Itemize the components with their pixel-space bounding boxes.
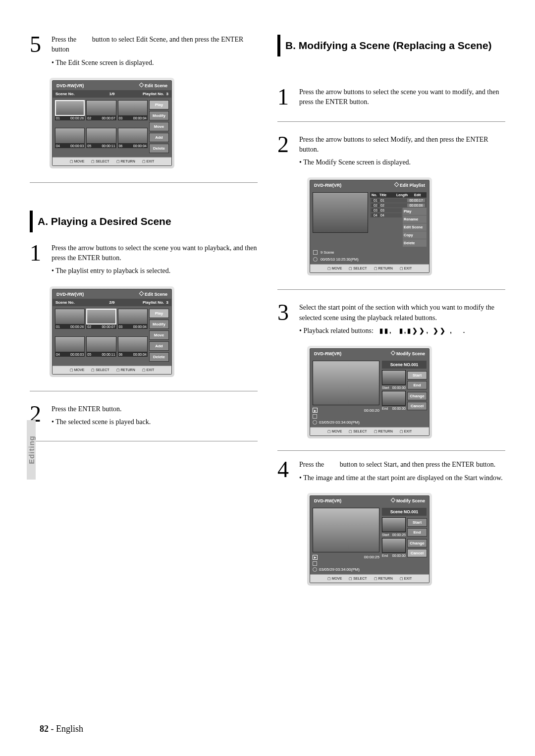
scene-thumb[interactable] <box>55 128 85 144</box>
scene-thumb[interactable] <box>55 336 85 352</box>
page-footer: 82 - English <box>40 724 83 734</box>
right-column: B. Modifying a Scene (Replacing a Scene)… <box>277 35 505 591</box>
step2b-bullet: The Modify Scene screen is displayed. <box>299 158 505 167</box>
divider <box>30 441 258 441</box>
step-5: 5 Press the button to select Edit Scene,… <box>30 35 258 68</box>
scene-thumb[interactable] <box>86 128 116 144</box>
step-number: 2 <box>277 135 292 168</box>
menu-rename[interactable]: Rename <box>403 216 427 223</box>
step1a-text: Press the arrow buttons to select the sc… <box>52 244 257 262</box>
divider <box>30 182 258 183</box>
delete-button[interactable]: Delete <box>149 144 169 153</box>
disc-type: DVD-RW(VR) <box>56 83 84 88</box>
play-icon: ▶ <box>313 408 318 413</box>
step-number: 1 <box>30 243 45 276</box>
menu-copy[interactable]: Copy <box>403 231 427 239</box>
diamond-icon <box>391 498 396 503</box>
play-button[interactable]: Play <box>149 309 169 318</box>
list-item[interactable]: 010100:00:17 <box>370 198 427 203</box>
list-item[interactable]: 0303 <box>370 208 402 213</box>
play-button[interactable]: Play <box>149 100 169 109</box>
change-button[interactable]: Change <box>407 392 427 400</box>
scene-thumb[interactable] <box>86 309 116 324</box>
modify-button[interactable]: Modify <box>149 320 169 329</box>
step-3b: 3 Select the start point of the section … <box>277 303 505 336</box>
edit-scene-screen-2: DVD-RW(VR) Edit Scene Scene No. 2/9 Play… <box>50 286 174 377</box>
move-button[interactable]: Move <box>149 330 169 340</box>
scene-thumb[interactable] <box>86 336 116 352</box>
footer-select: SELECT <box>91 160 109 163</box>
add-button[interactable]: Add <box>149 341 169 351</box>
step2b-text: Press the arrow buttons to select Modify… <box>299 136 488 153</box>
edit-playlist-screen: DVD-RW(VR) Edit Playlist No. Title Lengt… <box>307 177 432 275</box>
preview-image <box>313 508 379 552</box>
footer-return: RETURN <box>116 160 135 163</box>
step-number: 5 <box>30 35 45 68</box>
playback-icons: ▮▮, ▮,▮❯❯, ❯❯ , . <box>379 327 466 334</box>
clock-icon <box>313 567 317 572</box>
start-thumb <box>382 370 406 385</box>
footer-exit: EXIT <box>142 160 155 163</box>
change-button[interactable]: Change <box>407 539 427 547</box>
scene-icon <box>313 561 317 566</box>
scene-no-label: Scene No. <box>55 300 102 305</box>
start-thumb <box>382 517 406 532</box>
step5-text1: Press the <box>52 36 76 43</box>
screen-title: Edit Scene <box>145 83 167 88</box>
step5-bullet: The Edit Scene screen is displayed. <box>52 58 258 68</box>
disc-type: DVD-RW(VR) <box>56 292 84 297</box>
step1b-text: Press the arrow buttons to select the sc… <box>299 88 499 106</box>
step-4b: 4 Press the button to select Start, and … <box>277 460 505 483</box>
cancel-button[interactable]: Cancel <box>407 549 427 557</box>
step4b-bullet: The image and time at the start point ar… <box>299 473 505 483</box>
scene-thumb[interactable] <box>86 100 116 116</box>
scene-title: Scene NO.001 <box>382 508 427 516</box>
playlist-label: Playlist No. <box>143 92 164 96</box>
end-thumb <box>382 538 406 553</box>
page-number: 82 <box>40 724 49 734</box>
end-button[interactable]: End <box>407 381 427 389</box>
playlist-num: 3 <box>166 92 168 96</box>
step-number: 1 <box>277 87 292 108</box>
blank-button-ref <box>78 36 91 43</box>
scene-thumb[interactable] <box>55 100 85 116</box>
scene-thumb[interactable] <box>118 128 148 144</box>
end-button[interactable]: End <box>407 528 427 537</box>
scene-thumb[interactable] <box>55 309 85 324</box>
modify-scene-screen-1: DVD-RW(VR) Modify Scene ▶00:00:20 03/05/… <box>307 346 432 438</box>
step-number: 3 <box>277 303 292 336</box>
list-item[interactable]: 020200:00:06 <box>370 203 427 208</box>
left-column: 5 Press the button to select Edit Scene,… <box>30 35 258 591</box>
step-2a: 2 Press the ENTER button. The selected s… <box>30 404 258 428</box>
screen-title: Edit Scene <box>145 292 167 297</box>
divider <box>277 289 505 290</box>
preview-image <box>313 361 379 405</box>
cancel-button[interactable]: Cancel <box>407 402 427 410</box>
page-language: English <box>56 724 83 734</box>
side-tab-label: Editing <box>27 435 36 464</box>
delete-button[interactable]: Delete <box>149 352 169 362</box>
divider <box>30 391 258 391</box>
diamond-icon <box>139 82 144 87</box>
scene-thumb[interactable] <box>118 336 148 352</box>
menu-edit-scene[interactable]: Edit Scene <box>403 223 427 231</box>
side-tab: Editing <box>27 420 36 480</box>
modify-button[interactable]: Modify <box>149 111 169 120</box>
list-item[interactable]: 0404 <box>370 213 402 217</box>
footer-move: MOVE <box>70 160 85 163</box>
heading-bar-icon <box>277 35 280 56</box>
step3b-text: Select the start point of the section wi… <box>299 304 494 321</box>
menu-delete[interactable]: Delete <box>403 239 427 247</box>
add-button[interactable]: Add <box>149 133 169 142</box>
divider <box>277 121 505 122</box>
diamond-icon <box>391 351 396 356</box>
scene-icon <box>313 414 317 419</box>
scene-thumb[interactable] <box>118 309 148 324</box>
scene-thumb[interactable] <box>118 100 148 116</box>
move-button[interactable]: Move <box>149 122 169 131</box>
menu-play[interactable]: Play <box>403 208 427 215</box>
start-button[interactable]: Start <box>407 518 427 527</box>
start-button[interactable]: Start <box>407 371 427 379</box>
step3b-bullet: Playback related buttons:▮▮, ▮,▮❯❯, ❯❯ ,… <box>299 326 505 336</box>
scene-no-label: Scene No. <box>55 92 102 96</box>
